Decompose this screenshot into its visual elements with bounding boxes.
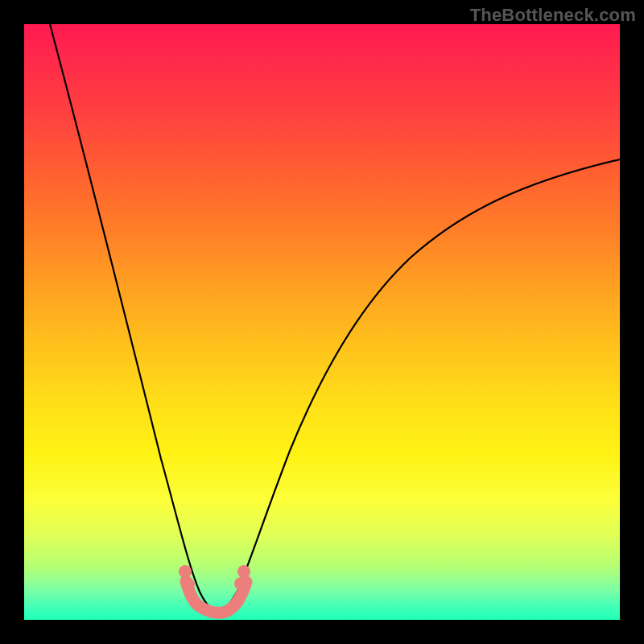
marker-dot-right-lower (234, 577, 247, 590)
marker-dot-left-lower (182, 578, 195, 591)
marker-dot-right-upper (237, 565, 250, 578)
chart-svg (24, 24, 620, 620)
bottleneck-curve (50, 24, 620, 611)
chart-plot-area (24, 24, 620, 620)
watermark-text: TheBottleneck.com (470, 5, 636, 26)
marker-dot-left-upper (179, 565, 192, 578)
